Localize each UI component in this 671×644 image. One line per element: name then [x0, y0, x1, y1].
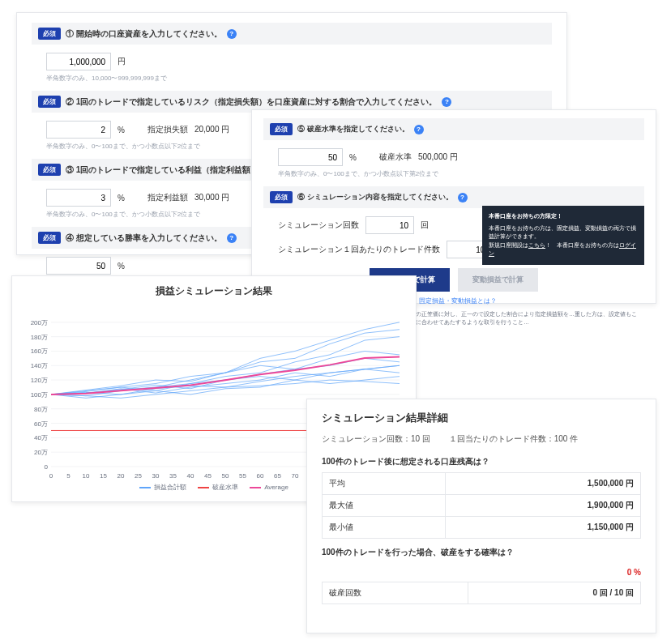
- svg-text:70: 70: [292, 472, 299, 480]
- svg-text:10: 10: [83, 472, 90, 480]
- starting-balance-input[interactable]: [46, 53, 111, 70]
- open-account-link[interactable]: こちら: [528, 242, 545, 248]
- ruin-summary-table: 破産回数0 回 / 10 回: [322, 582, 641, 604]
- unit-label: 回: [421, 220, 429, 231]
- help-icon[interactable]: ?: [227, 233, 237, 243]
- svg-text:50: 50: [222, 472, 229, 480]
- svg-text:25: 25: [135, 472, 142, 480]
- calc-value: 500,000 円: [418, 151, 458, 163]
- section-5-header: 必須 ⑤ 破産水準を指定してください。 ?: [263, 118, 644, 140]
- section-1-header: 必須 ① 開始時の口座資産を入力してください。 ?: [32, 23, 552, 45]
- required-badge: 必須: [38, 164, 61, 176]
- unit-label: %: [118, 194, 125, 203]
- required-badge: 必須: [270, 191, 293, 203]
- tooltip-line2-c: ！ 本番口座をお持ちの方は: [545, 242, 619, 248]
- svg-text:35: 35: [169, 472, 177, 480]
- sim-count-input[interactable]: [365, 216, 414, 234]
- tooltip-line2-a: 新規口座開設は: [489, 242, 528, 248]
- section-2-title: ② 1回のトレードで指定しているリスク（指定損失額）を口座資産に対する割合で入力…: [66, 96, 437, 108]
- svg-text:40万: 40万: [34, 434, 48, 441]
- section-1-title: ① 開始時の口座資産を入力してください。: [66, 28, 222, 40]
- svg-text:5: 5: [66, 472, 71, 480]
- svg-text:60万: 60万: [34, 420, 48, 428]
- svg-text:140万: 140万: [31, 362, 48, 369]
- table-row: 最大値1,900,000 円: [323, 495, 641, 517]
- svg-text:120万: 120万: [31, 377, 48, 384]
- svg-text:65: 65: [274, 472, 281, 480]
- hint-text: 半角数字のみ、0〜100まで、かつ小数点以下第2位まで: [263, 169, 644, 186]
- sim-count-label: シミュレーション回数: [278, 220, 359, 231]
- calc-variable-button[interactable]: 変動損益で計算: [458, 268, 538, 292]
- unit-label: 円: [118, 56, 126, 67]
- required-badge: 必須: [38, 232, 61, 244]
- input-form-panel-2: 必須 ⑤ 破産水準を指定してください。 ? % 破産水準 500,000 円 半…: [251, 109, 656, 304]
- ruin-probability: 0 %: [322, 563, 641, 582]
- calc-label: 破産水準: [379, 151, 412, 163]
- table-row: 破産回数0 回 / 10 回: [323, 582, 641, 604]
- svg-text:20万: 20万: [34, 449, 48, 456]
- svg-text:55: 55: [239, 472, 246, 480]
- legend-item-avg: Average: [250, 483, 288, 492]
- table-row: 平均1,500,000 円: [323, 473, 641, 495]
- result-detail-title: シミュレーション結果詳細: [322, 411, 641, 425]
- section-4-title: ④ 想定している勝率を入力してください。: [66, 232, 222, 244]
- svg-text:30: 30: [152, 472, 160, 480]
- unit-label: %: [349, 153, 357, 162]
- section-6-header: 必須 ⑥ シミュレーション内容を指定してください。 ?: [263, 186, 644, 208]
- required-badge: 必須: [270, 123, 293, 135]
- svg-text:0: 0: [45, 463, 49, 471]
- profit-percent-input[interactable]: [46, 189, 111, 207]
- help-icon[interactable]: ?: [458, 193, 468, 203]
- ruin-threshold-input[interactable]: [278, 148, 343, 166]
- svg-text:200万: 200万: [31, 319, 48, 326]
- hint-text: 半角数字のみ、10,000〜999,999,999まで: [32, 74, 552, 91]
- promo-tooltip: 本番口座をお持ちの方限定！ 本番口座をお持ちの方は、固定損益、変動損益の両方で損…: [482, 206, 644, 265]
- help-icon[interactable]: ?: [442, 97, 451, 107]
- balance-summary-table: 平均1,500,000 円最大値1,900,000 円最小値1,150,000 …: [322, 472, 641, 539]
- chart-title: 損益シミュレーション結果: [24, 284, 404, 298]
- required-badge: 必須: [38, 28, 61, 40]
- svg-text:0: 0: [49, 472, 53, 480]
- trades-per-sim-label: シミュレーション１回あたりのトレード件数: [278, 244, 440, 255]
- calc-value: 30,000 円: [194, 192, 229, 203]
- section-6-title: ⑥ シミュレーション内容を指定してください。: [297, 192, 453, 203]
- section-5-title: ⑤ 破産水準を指定してください。: [297, 124, 409, 134]
- svg-text:15: 15: [100, 472, 107, 480]
- svg-text:45: 45: [204, 472, 212, 480]
- legend-item-ruin: 破産水準: [198, 483, 238, 492]
- unit-label: %: [118, 126, 125, 134]
- table-row: 最小値1,150,000 円: [323, 517, 641, 539]
- svg-text:40: 40: [187, 472, 194, 480]
- help-icon[interactable]: ?: [414, 125, 424, 134]
- winrate-input[interactable]: [46, 257, 111, 275]
- svg-text:180万: 180万: [31, 334, 48, 341]
- svg-text:60: 60: [257, 472, 264, 480]
- result-meta: シミュレーション回数：10 回 １回当たりのトレード件数：100 件: [322, 433, 641, 445]
- svg-text:160万: 160万: [31, 348, 48, 355]
- help-icon[interactable]: ?: [227, 29, 237, 39]
- calc-value: 20,000 円: [194, 124, 229, 135]
- calc-label: 指定利益額: [147, 192, 188, 203]
- tooltip-line1: 本番口座をお持ちの方は、固定損益、変動損益の両方で損益計算ができます。: [489, 224, 638, 241]
- svg-text:20: 20: [118, 472, 125, 480]
- required-badge: 必須: [38, 96, 61, 108]
- svg-text:100万: 100万: [31, 391, 48, 399]
- svg-text:80万: 80万: [34, 406, 48, 413]
- risk-percent-input[interactable]: [46, 121, 111, 139]
- calc-label: 指定損失額: [147, 124, 188, 135]
- unit-label: %: [118, 262, 125, 271]
- legend-item-sim: 損益合計額: [139, 483, 186, 492]
- question-1: 100件のトレード後に想定される口座残高は？: [322, 456, 641, 467]
- question-2: 100件のトレードを行った場合、破産をする確率は？: [322, 547, 641, 558]
- simulation-result-detail-panel: シミュレーション結果詳細 シミュレーション回数：10 回 １回当たりのトレード件…: [306, 399, 656, 633]
- tooltip-title: 本番口座をお持ちの方限定！: [489, 212, 638, 221]
